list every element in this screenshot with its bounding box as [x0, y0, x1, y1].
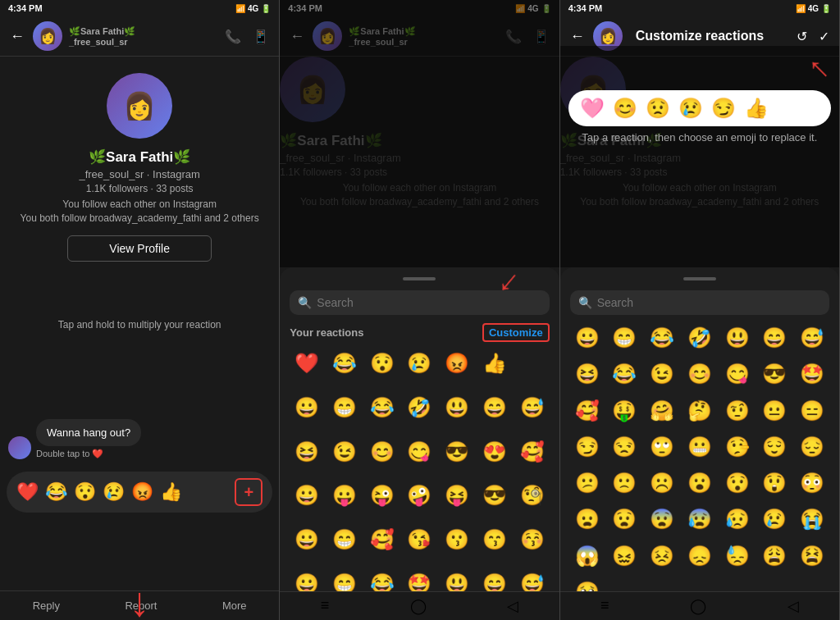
search-bar-2: 🔍 [290, 290, 549, 315]
wifi-icon-3: 4G [808, 4, 819, 13]
rcustom-heart[interactable]: 🩷 [580, 97, 605, 120]
search-bar-3: 🔍 [570, 290, 829, 315]
section-header-2: Your reactions Customize [290, 323, 549, 342]
rcustom-wow[interactable]: 😟 [646, 97, 670, 120]
arrow-down-1: ↓ [130, 581, 150, 620]
customize-title: Customize reactions [636, 29, 797, 43]
profile-handle-1: _free_soul_sr · Instagram [79, 168, 199, 180]
search-input-3[interactable] [597, 296, 821, 309]
sheet-handle-2 [403, 277, 436, 280]
emoji-grid-3: 😀 😁 😂 🤣 😃 😄 😅 😆 😂 😉 😊 😋 😎 🤩 🥰 🤑 🤗 🤔 🤨 😐 … [570, 323, 829, 610]
emoji-thumbsup[interactable]: 👍 [477, 349, 512, 390]
customize-button[interactable]: Customize [482, 323, 550, 342]
emoji-cry[interactable]: 😢 [403, 349, 437, 390]
check-icon-3[interactable]: ✓ [819, 29, 829, 44]
nav-icons-1: 📞 📱 [225, 29, 269, 44]
reaction-angry[interactable]: 😡 [131, 481, 153, 503]
emoji-wow[interactable]: 😯 [365, 349, 399, 390]
view-profile-button[interactable]: View Profile [67, 235, 212, 262]
nav-name-1: 🌿Sara Fathi🌿 _free_soul_sr [69, 26, 225, 47]
rcustom-laugh[interactable]: 😊 [613, 97, 637, 120]
reaction-bar-1: ❤️ 😂 😯 😢 😡 👍 + [7, 472, 272, 513]
status-bar-3: 4:34 PM 📶 4G 🔋 [560, 0, 839, 16]
status-icons-3: 📶 4G 🔋 [796, 4, 831, 13]
reaction-heart[interactable]: ❤️ [16, 481, 39, 503]
search-input-2[interactable] [317, 296, 541, 309]
dimmed-overlay-2 [280, 0, 559, 267]
customize-hint: Tap a reaction, then choose an emoji to … [573, 131, 826, 144]
dimmed-overlay-3 [560, 46, 839, 267]
time-1: 4:34 PM [8, 3, 43, 13]
back-button-1[interactable]: ← [10, 28, 25, 45]
emoji-heart[interactable]: ❤️ [290, 349, 324, 390]
profile-section-1: 👩 🌿Sara Fathi🌿 _free_soul_sr · Instagram… [0, 57, 279, 270]
double-tap-hint: Double tap to ❤️ [36, 449, 141, 459]
battery-icon-3: 🔋 [821, 4, 831, 13]
profile-big-avatar-1: 👩 [107, 73, 172, 139]
rcustom-sad[interactable]: 😢 [678, 97, 703, 120]
emoji-empty [515, 349, 550, 390]
circle-icon-2[interactable]: ◯ [410, 597, 427, 615]
reactions-label-2: Your reactions [290, 326, 363, 339]
phone-icon[interactable]: 📞 [225, 29, 241, 44]
profile-followers-1: 1.1K followers · 33 posts [86, 183, 194, 194]
emoji-picker-sheet-3: 🔍 😀 😁 😂 🤣 😃 😄 😅 😆 😂 😉 😊 😋 😎 🤩 🥰 🤑 🤗 🤔 🤨 [560, 267, 839, 620]
nav-bar-1: ← 👩 🌿Sara Fathi🌿 _free_soul_sr 📞 📱 [0, 16, 279, 57]
chat-area-1: Tap and hold to multiply your reaction ↓… [0, 270, 279, 590]
emoji-grid-2: ❤️ 😂 😯 😢 😡 👍 😀 😁 😂 🤣 😃 😄 😅 😆 😉 😊 😋 😎 😍 🥰 [290, 349, 549, 610]
signal-icon-3: 📶 [796, 4, 806, 13]
reaction-laugh[interactable]: 😂 [45, 481, 67, 503]
nav-avatar-1: 👩 [33, 21, 62, 51]
chat-mini-avatar [8, 436, 31, 459]
reaction-plus-button[interactable]: + [235, 478, 262, 506]
back-nav-icon-2[interactable]: ◁ [507, 597, 518, 615]
panel-1: 4:34 PM 📶 4G 🔋 ← 👩 🌿Sara Fathi🌿 _free_so… [0, 0, 280, 620]
tap-hold-hint: Tap and hold to multiply your reaction [58, 319, 221, 331]
nav-icons-3: ↺ ✓ [797, 29, 829, 44]
refresh-icon-3[interactable]: ↺ [797, 29, 807, 44]
emoji-picker-sheet-2: 🔍 Your reactions Customize ❤️ 😂 😯 😢 😡 👍 … [280, 267, 559, 620]
panel-2: 4:34 PM 📶 4G 🔋 ← 👩 🌿Sara Fathi🌿 _free_so… [280, 0, 559, 620]
emoji-angry[interactable]: 😡 [440, 349, 474, 390]
reply-button[interactable]: Reply [33, 599, 60, 612]
emoji-laugh[interactable]: 😂 [327, 349, 362, 390]
status-icons-1: 📶 4G 🔋 [235, 4, 271, 13]
customize-title-area: Customize reactions [629, 29, 797, 43]
video-icon[interactable]: 📱 [253, 29, 269, 44]
reaction-thumbs[interactable]: 👍 [160, 481, 182, 503]
sheet-handle-3 [683, 277, 716, 280]
home-icon-3[interactable]: ≡ [600, 597, 609, 615]
search-icon-3: 🔍 [578, 296, 592, 309]
chat-bubble: Wanna hang out? [36, 419, 141, 446]
more-button[interactable]: More [222, 599, 247, 612]
rcustom-angry[interactable]: 😏 [711, 97, 736, 120]
wifi-icon: 4G [248, 4, 258, 13]
battery-icon: 🔋 [261, 4, 271, 13]
circle-icon-3[interactable]: ◯ [690, 597, 706, 615]
reaction-sad[interactable]: 😢 [103, 481, 125, 503]
profile-name-1: 🌿Sara Fathi🌿 [89, 148, 190, 166]
back-nav-icon-3[interactable]: ◁ [788, 597, 799, 615]
bottom-nav-2: ≡ ◯ ◁ [280, 591, 559, 620]
chat-message-row: Wanna hang out? Double tap to ❤️ [8, 419, 141, 459]
bottom-nav-3: ≡ ◯ ◁ [560, 591, 839, 620]
search-icon-2: 🔍 [298, 296, 312, 309]
status-bar-1: 4:34 PM 📶 4G 🔋 [0, 0, 279, 16]
signal-icon: 📶 [235, 4, 245, 13]
reaction-wow[interactable]: 😯 [74, 481, 96, 503]
panel-3: 4:34 PM 📶 4G 🔋 ← 👩 Customize reactions ↺… [560, 0, 840, 620]
time-3: 4:34 PM [568, 3, 603, 13]
chat-message-column: Wanna hang out? Double tap to ❤️ [36, 419, 141, 459]
rcustom-thumbs[interactable]: 👍 [744, 97, 769, 120]
reaction-customize-bar: 🩷 😊 😟 😢 😏 👍 [568, 90, 831, 126]
profile-follow-info-1: You follow each other on Instagram You b… [21, 198, 259, 226]
home-icon-2[interactable]: ≡ [321, 597, 330, 615]
back-button-3[interactable]: ← [570, 28, 585, 45]
